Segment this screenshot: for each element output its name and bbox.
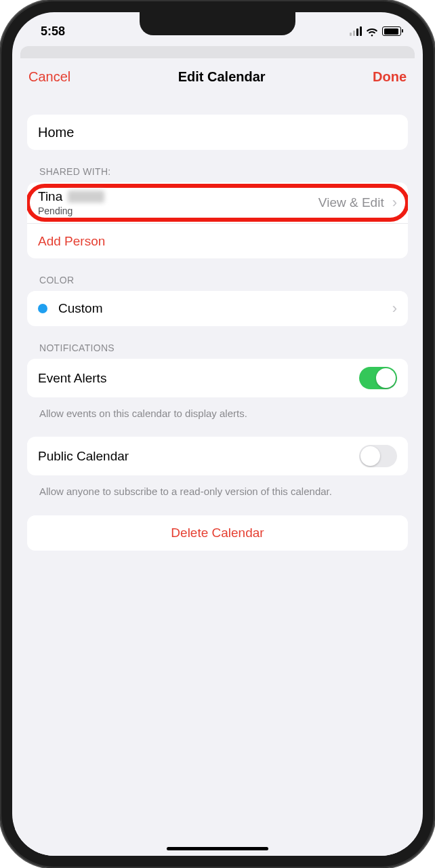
content: SHARED WITH: Tina Pending View & Edit (15, 115, 420, 574)
delete-calendar-label: Delete Calendar (171, 526, 264, 540)
permission-label: View & Edit (318, 195, 384, 210)
page-title: Edit Calendar (178, 69, 266, 85)
event-alerts-label: Event Alerts (38, 371, 359, 386)
modal-sheet: Cancel Edit Calendar Done SHARED WITH: T… (15, 58, 420, 856)
shared-person-name: Tina (38, 189, 62, 204)
done-button[interactable]: Done (373, 69, 407, 85)
home-indicator[interactable] (167, 847, 268, 850)
battery-icon (382, 26, 401, 36)
calendar-name-group (27, 115, 408, 150)
wifi-icon (366, 26, 378, 36)
notifications-header: NOTIFICATIONS (39, 342, 408, 353)
color-header: COLOR (39, 275, 408, 285)
add-person-label: Add Person (38, 234, 397, 249)
shared-with-group: Tina Pending View & Edit › Add Person (27, 182, 408, 258)
public-calendar-footer: Allow anyone to subscribe to a read-only… (39, 485, 396, 498)
shared-person-permission: View & Edit › (318, 194, 397, 212)
color-group: Custom › (27, 291, 408, 326)
notch (140, 12, 295, 35)
event-alerts-row: Event Alerts (27, 359, 408, 397)
chevron-right-icon: › (392, 194, 397, 212)
event-alerts-group: Event Alerts (27, 359, 408, 397)
color-value: Custom (58, 301, 388, 316)
calendar-name-row[interactable] (27, 115, 408, 150)
public-calendar-group: Public Calendar (27, 437, 408, 475)
device-frame: 5:58 Cancel Edit Calendar Done (0, 0, 435, 868)
calendar-name-input[interactable] (38, 125, 397, 140)
shared-with-header: SHARED WITH: (39, 166, 408, 177)
public-calendar-row: Public Calendar (27, 437, 408, 475)
cellular-icon (350, 26, 362, 36)
delete-group: Delete Calendar (27, 515, 408, 551)
shared-person-row[interactable]: Tina Pending View & Edit › (27, 182, 408, 223)
cancel-button[interactable]: Cancel (28, 69, 70, 85)
event-alerts-footer: Allow events on this calendar to display… (39, 407, 396, 420)
sheet-background-card (20, 46, 415, 58)
add-person-button[interactable]: Add Person (27, 223, 408, 258)
delete-calendar-button[interactable]: Delete Calendar (27, 515, 408, 551)
status-time: 5:58 (41, 24, 65, 39)
color-row[interactable]: Custom › (27, 291, 408, 326)
redacted-surname (68, 191, 104, 203)
color-swatch-icon (38, 304, 47, 313)
shared-person-status: Pending (38, 205, 318, 216)
public-calendar-label: Public Calendar (38, 449, 359, 464)
shared-person-name-line: Tina (38, 189, 318, 204)
nav-bar: Cancel Edit Calendar Done (15, 58, 420, 94)
event-alerts-toggle[interactable] (359, 367, 397, 389)
chevron-right-icon: › (392, 300, 397, 317)
screen: 5:58 Cancel Edit Calendar Done (12, 12, 423, 856)
shared-person-info: Tina Pending (38, 189, 318, 216)
status-right (350, 26, 401, 36)
public-calendar-toggle[interactable] (359, 445, 397, 467)
